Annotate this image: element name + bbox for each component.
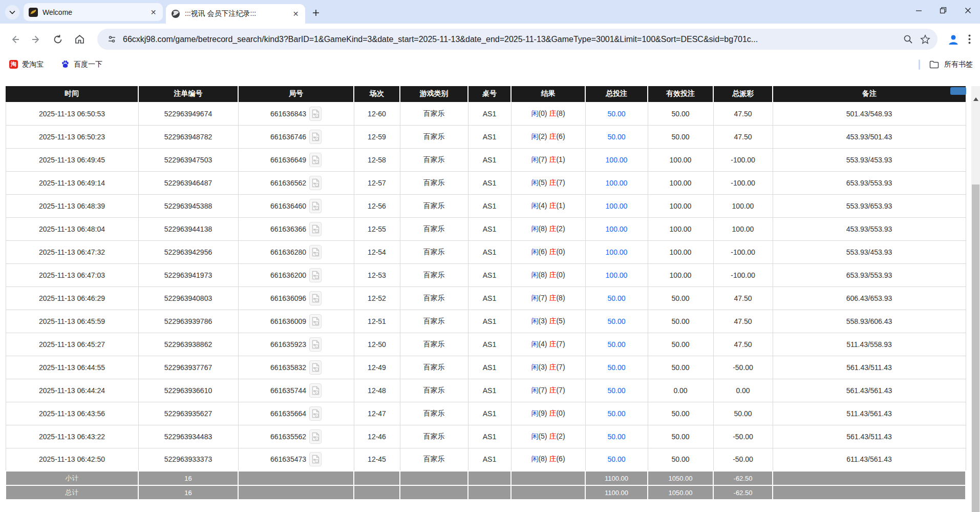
- bookmark-star-icon[interactable]: [920, 34, 930, 45]
- video-replay-button[interactable]: [309, 337, 322, 352]
- player-result: 闲: [531, 294, 538, 302]
- total-bet-link[interactable]: 100.00: [606, 156, 628, 164]
- video-replay-button[interactable]: [309, 314, 322, 329]
- video-replay-button[interactable]: [309, 153, 322, 167]
- time-cell: 2025-11-13 06:43:56: [6, 402, 138, 425]
- player-result: 闲: [531, 224, 538, 233]
- tab-close-icon[interactable]: ✕: [149, 8, 158, 16]
- totals-empty-cell: [468, 471, 511, 485]
- total-bet-cell[interactable]: 50.00: [585, 333, 648, 356]
- bet-id-cell: 522963937767: [138, 356, 238, 379]
- video-replay-button[interactable]: [309, 360, 322, 375]
- video-replay-button[interactable]: [309, 291, 322, 305]
- site-info-icon[interactable]: [104, 32, 119, 47]
- round-number: 661636200: [270, 271, 306, 279]
- video-replay-button[interactable]: [309, 452, 322, 466]
- total-bet-cell[interactable]: 50.00: [585, 425, 648, 448]
- tab-close-icon[interactable]: ✕: [291, 10, 300, 18]
- all-bookmarks[interactable]: 所有书签: [919, 59, 973, 70]
- kebab-menu-icon[interactable]: [968, 34, 971, 44]
- address-bar[interactable]: 66cxkj98.com/game/betrecord_search/kind3…: [97, 29, 938, 50]
- tab-bet-records[interactable]: :::视讯 会员下注纪录::: ✕: [166, 4, 305, 24]
- banker-result: 庄: [549, 178, 556, 187]
- total-bet-cell[interactable]: 100.00: [585, 194, 648, 217]
- video-replay-button[interactable]: [309, 199, 322, 213]
- total-bet-cell[interactable]: 50.00: [585, 125, 648, 148]
- profile-avatar[interactable]: [946, 32, 961, 47]
- total-bet-link[interactable]: 50.00: [607, 340, 625, 349]
- total-bet-cell[interactable]: 50.00: [585, 356, 648, 379]
- video-replay-button[interactable]: [309, 406, 322, 421]
- bookmark-aitaobao[interactable]: 淘 爱淘宝: [7, 58, 46, 71]
- total-bet-cell[interactable]: 50.00: [585, 402, 648, 425]
- back-button[interactable]: [6, 31, 24, 48]
- partial-blue-button[interactable]: [950, 87, 966, 95]
- total-bet-link[interactable]: 50.00: [607, 409, 625, 418]
- bookmark-baidu[interactable]: 百度一下: [59, 58, 104, 71]
- round-cell: 661636746: [238, 125, 354, 148]
- total-bet-link[interactable]: 50.00: [607, 363, 625, 372]
- window-minimize-button[interactable]: [906, 0, 931, 21]
- bet-record-row: 2025-11-13 06:45:27522963938862661635923…: [6, 333, 966, 356]
- round-number: 661636280: [270, 248, 306, 256]
- window-close-button[interactable]: [955, 0, 980, 21]
- total-bet-cell[interactable]: 50.00: [585, 448, 648, 471]
- player-result: 闲: [531, 109, 538, 117]
- page-scrollbar[interactable]: [971, 86, 980, 512]
- game-type-cell: 百家乐: [400, 402, 468, 425]
- totals-row: 小计161100.001050.00-62.50: [6, 471, 966, 485]
- total-bet-link[interactable]: 50.00: [607, 386, 625, 395]
- total-bet-cell[interactable]: 50.00: [585, 310, 648, 333]
- table-number-cell: AS1: [468, 240, 511, 263]
- scrollbar-up-arrow-icon[interactable]: [973, 97, 978, 101]
- video-replay-button[interactable]: [309, 429, 322, 444]
- video-replay-button[interactable]: [309, 222, 322, 236]
- total-bet-cell[interactable]: 50.00: [585, 379, 648, 402]
- result-cell: 闲(2) 庄(6): [511, 125, 585, 148]
- total-bet-cell[interactable]: 100.00: [585, 263, 648, 286]
- round-cell: 661635473: [238, 448, 354, 471]
- forward-button[interactable]: [28, 31, 45, 48]
- totals-total-bet-cell: 1100.00: [585, 471, 648, 485]
- total-bet-link[interactable]: 50.00: [607, 455, 625, 463]
- total-bet-link[interactable]: 50.00: [607, 317, 625, 325]
- tab-welcome[interactable]: Welcome ✕: [24, 3, 163, 21]
- total-bet-link[interactable]: 50.00: [607, 294, 625, 302]
- banker-result: 庄: [549, 224, 556, 233]
- total-bet-link[interactable]: 100.00: [606, 271, 628, 279]
- video-replay-button[interactable]: [309, 268, 322, 282]
- total-bet-cell[interactable]: 100.00: [585, 240, 648, 263]
- round-cell: 661635562: [238, 425, 354, 448]
- round-number: 661635562: [270, 433, 306, 441]
- video-replay-button[interactable]: [309, 383, 322, 398]
- tab-search-button[interactable]: [5, 5, 19, 19]
- window-restore-button[interactable]: [931, 0, 955, 21]
- url-text[interactable]: 66cxkj98.com/game/betrecord_search/kind3…: [123, 35, 898, 44]
- video-replay-button[interactable]: [309, 130, 322, 144]
- video-replay-button[interactable]: [309, 176, 322, 190]
- total-bet-link[interactable]: 50.00: [607, 110, 625, 118]
- total-bet-link[interactable]: 50.00: [607, 133, 625, 141]
- result-cell: 闲(8) 庄(6): [511, 448, 585, 471]
- bet-record-row: 2025-11-13 06:47:03522963941973661636200…: [6, 263, 966, 286]
- new-tab-button[interactable]: [308, 5, 324, 21]
- welcome-favicon-icon: [29, 8, 38, 17]
- scrollbar-thumb[interactable]: [972, 185, 979, 512]
- total-bet-link[interactable]: 100.00: [606, 248, 628, 256]
- total-bet-link[interactable]: 50.00: [607, 433, 625, 441]
- zoom-icon[interactable]: [903, 34, 913, 44]
- total-bet-cell[interactable]: 50.00: [585, 102, 648, 125]
- session-cell: 12-45: [354, 448, 400, 471]
- session-cell: 12-54: [354, 240, 400, 263]
- home-button[interactable]: [71, 31, 88, 48]
- total-bet-cell[interactable]: 50.00: [585, 286, 648, 310]
- total-bet-link[interactable]: 100.00: [606, 179, 628, 187]
- total-bet-cell[interactable]: 100.00: [585, 217, 648, 240]
- video-replay-button[interactable]: [309, 107, 322, 121]
- video-replay-button[interactable]: [309, 245, 322, 259]
- reload-button[interactable]: [49, 31, 67, 48]
- total-bet-cell[interactable]: 100.00: [585, 171, 648, 194]
- total-bet-link[interactable]: 100.00: [606, 202, 628, 210]
- total-bet-link[interactable]: 100.00: [606, 225, 628, 233]
- total-bet-cell[interactable]: 100.00: [585, 148, 648, 171]
